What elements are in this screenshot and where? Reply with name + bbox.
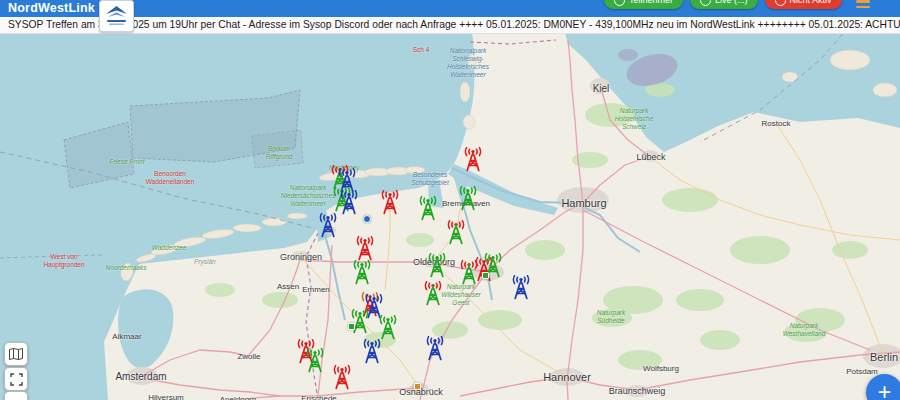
antenna-marker[interactable] xyxy=(424,336,446,361)
antenna-marker[interactable] xyxy=(417,196,439,221)
legend-icon xyxy=(9,348,23,360)
app-header: NordWestLink Live Teilnehmer Live (...) … xyxy=(0,0,900,17)
station-dot-marker[interactable] xyxy=(348,323,355,330)
live-label: Live (...) xyxy=(715,0,748,5)
station-dot-marker[interactable] xyxy=(482,272,489,279)
fullscreen-button[interactable] xyxy=(4,367,28,391)
fullscreen-icon xyxy=(10,373,23,386)
participants-label: Teilnehmer xyxy=(629,0,673,5)
antenna-marker[interactable] xyxy=(377,315,399,340)
antenna-marker[interactable] xyxy=(457,186,479,211)
legend-button[interactable] xyxy=(4,342,28,366)
antenna-marker[interactable] xyxy=(331,365,353,390)
plus-icon: + xyxy=(878,379,891,400)
station-dot-marker[interactable] xyxy=(414,383,421,390)
antenna-marker[interactable] xyxy=(317,213,339,238)
plus-icon: + xyxy=(12,395,21,400)
station-dot-marker[interactable] xyxy=(363,215,371,223)
antenna-marker[interactable] xyxy=(304,348,326,373)
antenna-marker[interactable] xyxy=(351,260,373,285)
participants-icon xyxy=(614,0,625,6)
antenna-marker[interactable] xyxy=(445,220,467,245)
logo-emblem xyxy=(103,4,130,28)
header-buttons: Teilnehmer Live (...) Nicht Aktiv xyxy=(604,0,842,9)
antenna-marker[interactable] xyxy=(338,190,360,215)
antenna-marker[interactable] xyxy=(354,236,376,261)
antenna-marker[interactable] xyxy=(349,309,371,334)
nordwestlink-app: AmsterdamAlkmaarHilversumApeldoornZwolle… xyxy=(0,0,900,400)
antenna-marker[interactable] xyxy=(426,253,448,278)
inactive-icon xyxy=(775,0,786,6)
ticker-text: SYSOP Treffen am 31.01.2025 um 19Uhr per… xyxy=(0,17,900,33)
antenna-marker[interactable] xyxy=(462,147,484,172)
inactive-status-button[interactable]: Nicht Aktiv xyxy=(765,0,842,9)
nordwestlink-logo xyxy=(99,0,134,32)
map-canvas[interactable] xyxy=(0,0,900,400)
zoom-in-button-left[interactable]: + xyxy=(4,391,28,400)
zoom-in-fab[interactable]: + xyxy=(866,374,900,400)
antenna-marker[interactable] xyxy=(361,339,383,364)
antenna-marker[interactable] xyxy=(510,275,532,300)
live-icon xyxy=(700,0,711,6)
news-ticker: SYSOP Treffen am 31.01.2025 um 19Uhr per… xyxy=(0,17,900,34)
live-status-button[interactable]: Live (...) xyxy=(690,0,758,9)
antenna-marker[interactable] xyxy=(422,281,444,306)
inactive-label: Nicht Aktiv xyxy=(790,0,832,5)
antenna-marker[interactable] xyxy=(379,190,401,215)
participants-button[interactable]: Teilnehmer xyxy=(604,0,683,9)
menu-icon[interactable] xyxy=(856,0,870,8)
